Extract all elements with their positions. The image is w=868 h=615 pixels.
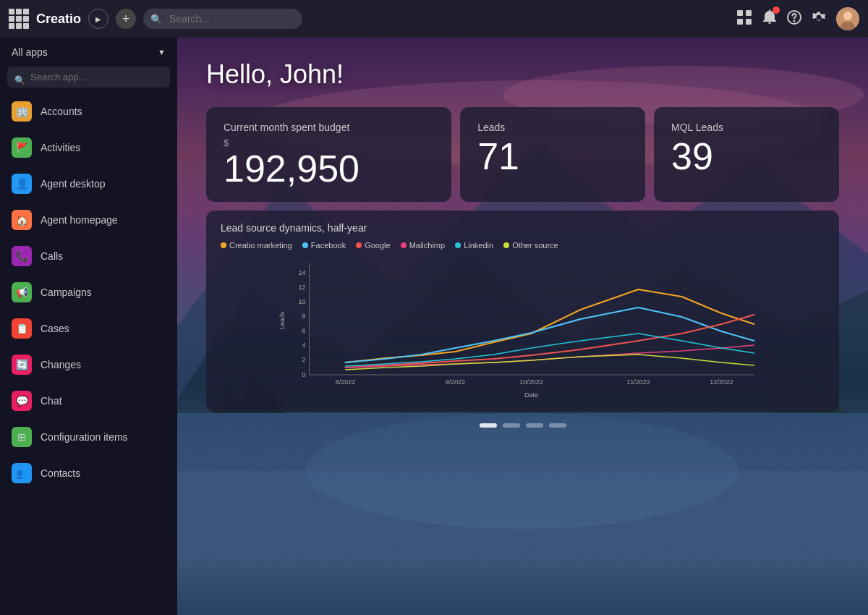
sidebar-item-agent-homepage[interactable]: 🏠 Agent homepage [0,202,177,238]
mql-card: MQL Leads 39 [654,107,839,202]
svg-text:12/2022: 12/2022 [710,378,733,386]
svg-text:9/2022: 9/2022 [446,378,466,386]
sidebar-items-container: 🏢 Accounts 🚩 Activities 👤 Agent desktop … [0,93,177,491]
chart-area: 0 2 4 6 8 10 12 14 [221,255,825,400]
add-button[interactable]: + [116,9,136,29]
sidebar-item-icon-accounts: 🏢 [12,101,32,122]
notification-badge [773,7,780,14]
legend-dot [455,242,461,248]
sidebar-item-chat[interactable]: 💬 Chat [0,383,177,419]
play-button[interactable]: ▶ [88,9,109,29]
svg-text:6: 6 [302,327,305,334]
sidebar-item-activities[interactable]: 🚩 Activities [0,130,177,166]
stats-cards-row: Current month spent budget $ 192,950 Lea… [206,107,839,202]
sidebar-search-wrap: 🔍 [0,67,177,93]
pagination [206,423,839,428]
mql-value: 39 [671,137,822,175]
sidebar-item-changes[interactable]: 🔄 Changes [0,347,177,383]
legend-item-creatio-marketing: Creatio marketing [221,241,292,250]
svg-point-5 [794,20,795,21]
chart-legend: Creatio marketingFacebookGoogleMailchimp… [221,241,825,250]
sidebar-search-icon: 🔍 [14,75,25,85]
legend-item-mailchimp: Mailchimp [401,241,446,250]
sidebar-item-accounts[interactable]: 🏢 Accounts [0,93,177,130]
notifications-icon[interactable] [762,9,777,29]
apps-icon[interactable] [736,9,752,29]
topbar-left: Creatio ▶ + 🔍 [9,9,302,29]
pagination-dot-0[interactable] [480,423,497,428]
svg-rect-2 [737,19,743,25]
svg-text:Leads: Leads [278,311,286,329]
sidebar-item-label-calls: Calls [41,250,63,262]
sidebar-item-icon-campaigns: 📢 [12,282,32,302]
settings-icon[interactable] [812,10,826,28]
sidebar-item-config-items[interactable]: ⊞ Configuration items [0,419,177,455]
sidebar-item-icon-config-items: ⊞ [12,427,32,447]
leads-value: 71 [477,137,628,175]
main-layout: All apps ▼ 🔍 🏢 Accounts 🚩 Activities 👤 A… [0,38,868,615]
legend-dot [221,242,226,248]
legend-dot [503,242,509,248]
chart-svg: 0 2 4 6 8 10 12 14 [221,255,825,400]
all-apps-toggle[interactable]: All apps ▼ [0,38,177,67]
sidebar-item-icon-activities: 🚩 [12,137,32,158]
all-apps-label: All apps [12,46,48,58]
sidebar-item-contacts[interactable]: 👥 Contacts [0,455,177,491]
sidebar-item-label-config-items: Configuration items [41,431,128,443]
search-wrap: 🔍 [143,9,302,29]
page-title: Hello, John! [206,59,839,90]
content-area: Hello, John! Current month spent budget … [177,38,868,615]
sidebar-item-icon-changes: 🔄 [12,355,32,375]
sidebar-item-icon-chat: 💬 [12,391,32,411]
search-icon: 🔍 [150,14,162,25]
content-inner: Hello, John! Current month spent budget … [177,38,868,615]
legend-item-google: Google [356,241,390,250]
legend-item-linkedin: Linkedin [455,241,493,250]
budget-label: Current month spent budget [224,122,434,133]
pagination-dot-1[interactable] [503,423,520,428]
sidebar-item-calls[interactable]: 📞 Calls [0,238,177,274]
sidebar-item-label-chat: Chat [41,395,62,407]
search-input[interactable] [143,9,302,29]
sidebar-search-input[interactable] [7,67,170,88]
svg-text:4: 4 [302,342,305,349]
svg-text:10/2022: 10/2022 [519,378,543,386]
grid-icon[interactable] [9,9,29,29]
sidebar-item-label-agent-desktop: Agent desktop [41,178,106,190]
sidebar-item-label-cases: Cases [41,323,69,334]
legend-dot [302,242,308,248]
sidebar-item-campaigns[interactable]: 📢 Campaigns [0,274,177,310]
sidebar-item-agent-desktop[interactable]: 👤 Agent desktop [0,166,177,202]
sidebar-item-cases[interactable]: 📋 Cases [0,310,177,347]
sidebar: All apps ▼ 🔍 🏢 Accounts 🚩 Activities 👤 A… [0,38,177,615]
app-logo: Creatio [36,12,81,27]
sidebar-item-icon-contacts: 👥 [12,463,32,483]
svg-text:12: 12 [298,284,305,291]
svg-text:8: 8 [302,313,305,320]
pagination-dot-2[interactable] [526,423,543,428]
sidebar-item-label-contacts: Contacts [41,467,80,479]
sidebar-item-label-activities: Activities [41,142,80,153]
help-icon[interactable] [787,10,801,28]
budget-value: 192,950 [224,150,434,187]
chevron-down-icon: ▼ [158,48,166,56]
svg-text:2: 2 [302,356,305,363]
leads-card: Leads 71 [460,107,645,202]
avatar[interactable] [836,7,859,30]
svg-rect-3 [746,19,752,25]
sidebar-item-label-changes: Changes [41,359,81,370]
legend-item-other-source: Other source [503,241,558,250]
sidebar-item-icon-cases: 📋 [12,318,32,339]
mql-label: MQL Leads [671,122,822,133]
svg-rect-0 [737,10,743,16]
topbar-right [736,7,859,30]
sidebar-item-icon-agent-homepage: 🏠 [12,210,32,230]
budget-card: Current month spent budget $ 192,950 [206,107,451,202]
leads-label: Leads [477,122,628,133]
sidebar-item-label-accounts: Accounts [41,106,82,117]
sidebar-item-icon-agent-desktop: 👤 [12,174,32,194]
budget-prefix: $ [224,137,434,148]
pagination-dot-3[interactable] [549,423,566,428]
svg-text:14: 14 [298,269,305,276]
legend-dot [401,242,407,248]
